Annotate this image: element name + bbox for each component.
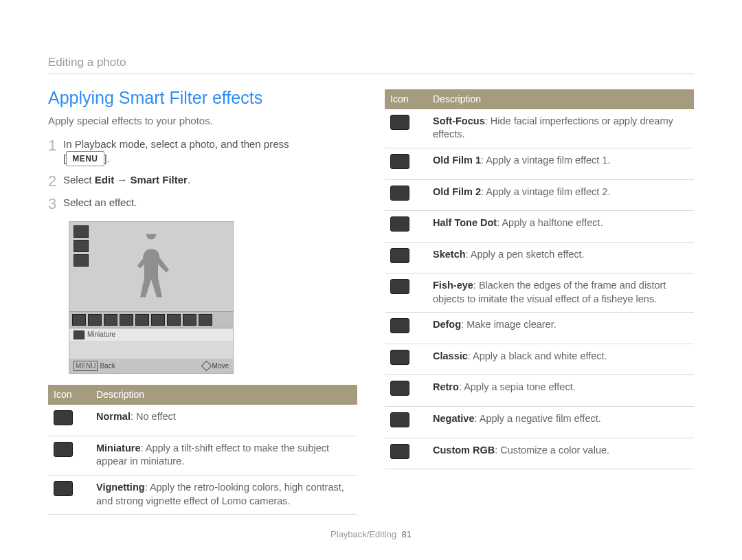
move-label: Move [212, 361, 229, 371]
table-row: Sketch: Apply a pen sketch effect. [385, 242, 694, 273]
filter-icon [199, 314, 212, 326]
table-row: Classic: Apply a black and white effect. [385, 344, 694, 375]
step-2-smart-filter: Smart Filter [131, 174, 188, 186]
table-row: Half Tone Dot: Apply a halftone effect. [385, 211, 694, 243]
step-3-text: Select an effect. [63, 196, 137, 210]
negative-icon [390, 412, 409, 427]
filter-icon [72, 314, 86, 326]
filter-name: Fish-eye [433, 280, 473, 291]
move-icon [201, 361, 212, 372]
th-icon: Icon [48, 385, 91, 405]
filter-icon [120, 314, 133, 326]
filter-name: Miniature [96, 443, 140, 453]
filter-desc: : Apply a vintage film effect 2. [481, 186, 610, 197]
old-film-2-icon [390, 186, 409, 201]
miniature-icon [74, 331, 85, 339]
arrow-icon: → [114, 174, 130, 186]
filter-table-left: Icon Description Normal: No effect Minia… [48, 385, 357, 515]
th-icon: Icon [385, 89, 427, 109]
vignetting-icon [54, 481, 73, 496]
step-3: 3 Select an effect. [48, 196, 357, 212]
filter-name: Old Film 2 [433, 186, 481, 197]
defog-icon [390, 318, 409, 333]
filter-name: Custom RGB [433, 445, 495, 456]
table-row: Normal: No effect [48, 405, 357, 436]
filter-desc: : Apply a black and white effect. [468, 350, 607, 361]
filter-desc: : Apply a sepia tone effect. [459, 381, 576, 392]
page-number: 81 [401, 529, 411, 539]
filter-desc: : Make image clearer. [461, 319, 556, 330]
step-1: 1 In Playback mode, select a photo, and … [48, 137, 357, 166]
footer-section: Playback/Editing [330, 529, 396, 539]
back-label: Back [100, 361, 115, 371]
filter-icon [167, 314, 181, 326]
normal-icon [54, 410, 73, 425]
lcd-icon [74, 240, 89, 252]
table-row: Custom RGB: Customize a color value. [385, 438, 694, 469]
table-row: Soft-Focus: Hide facial imperfections or… [385, 109, 694, 148]
filter-desc: : Apply a vintage film effect 1. [481, 155, 610, 166]
table-row: Vignetting: Apply the retro-looking colo… [48, 475, 357, 514]
filter-icon [151, 314, 165, 326]
filter-name: Sketch [433, 249, 466, 260]
section-header: Editing a photo [48, 55, 694, 71]
bottom-bar: MENU Back Move [69, 359, 233, 374]
th-desc: Description [427, 89, 694, 109]
filter-icon [135, 314, 149, 326]
filter-name: Retro [433, 381, 459, 392]
filter-name: Negative [433, 413, 474, 424]
step-number: 2 [48, 173, 63, 189]
filter-name: Defog [433, 319, 461, 330]
step-2-text-c: . [188, 174, 190, 186]
classic-icon [390, 350, 409, 365]
step-number: 3 [48, 196, 63, 212]
filter-icon [104, 314, 117, 326]
table-row: Defog: Make image clearer. [385, 313, 694, 344]
old-film-1-icon [390, 154, 409, 169]
filter-name: Vignetting [96, 482, 145, 493]
filter-desc: : Apply a negative film effect. [474, 413, 600, 424]
filter-desc: : No effect [131, 411, 176, 422]
lcd-icon [74, 254, 89, 267]
filter-toolbar [69, 311, 233, 328]
table-row: Retro: Apply a sepia tone effect. [385, 375, 694, 407]
filter-desc: : Apply a halftone effect. [497, 217, 603, 228]
step-1-text-b: . [107, 153, 110, 164]
silhouette-figure [131, 234, 172, 300]
step-number: 1 [48, 137, 63, 153]
filter-name: Classic [433, 350, 468, 361]
divider [48, 74, 694, 74]
filter-table-right: Icon Description Soft-Focus: Hide facial… [385, 89, 694, 469]
miniature-icon [54, 442, 73, 457]
step-2: 2 Select Edit → Smart Filter. [48, 173, 357, 189]
menu-button-label: MENU [66, 151, 104, 166]
fisheye-icon [390, 279, 409, 294]
camera-screenshot: Miniature MENU Back Move [69, 221, 234, 374]
halftone-icon [390, 216, 409, 232]
filter-desc: : Apply a pen sketch effect. [466, 249, 585, 260]
filter-name: Old Film 1 [433, 155, 481, 166]
th-desc: Description [91, 385, 357, 405]
custom-rgb-icon [390, 444, 409, 459]
lcd-icon [74, 225, 89, 238]
table-row: Old Film 2: Apply a vintage film effect … [385, 179, 694, 211]
selected-filter-bar: Miniature [69, 328, 233, 341]
page-footer: Playback/Editing 81 [48, 515, 694, 541]
filter-desc: : Customize a color value. [495, 445, 609, 456]
step-2-text-a: Select [63, 174, 95, 186]
retro-icon [390, 381, 409, 396]
selected-filter-label: Miniature [87, 330, 115, 339]
intro-text: Apply special effects to your photos. [48, 114, 357, 128]
step-1-text-a: In Playback mode, select a photo, and th… [63, 138, 289, 150]
table-row: Old Film 1: Apply a vintage film effect … [385, 148, 694, 179]
filter-icon [183, 314, 196, 326]
soft-focus-icon [390, 115, 409, 130]
menu-icon: MENU [74, 361, 98, 372]
filter-name: Half Tone Dot [433, 217, 497, 228]
sketch-icon [390, 248, 409, 263]
table-row: Miniature: Apply a tilt-shift effect to … [48, 436, 357, 475]
filter-icon [88, 314, 102, 326]
filter-name: Soft-Focus [433, 115, 485, 126]
step-2-edit: Edit [95, 174, 114, 186]
table-row: Fish-eye: Blacken the edges of the frame… [385, 273, 694, 313]
